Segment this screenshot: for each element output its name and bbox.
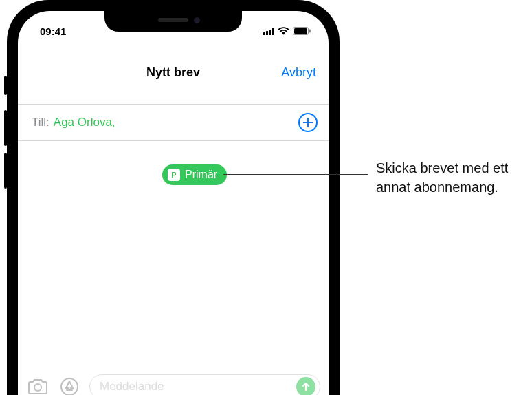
svg-point-3 xyxy=(34,384,41,391)
sim-badge-icon: P xyxy=(168,169,180,181)
recipient-row[interactable]: Till: Aga Orlova, xyxy=(18,105,329,141)
svg-rect-1 xyxy=(294,28,307,34)
recipient-separator: , xyxy=(112,116,115,129)
phone-notch xyxy=(104,11,242,32)
to-label: Till: xyxy=(32,116,49,129)
callout-text: Skicka brevet med ett annat abonnemang. xyxy=(376,158,520,197)
wifi-icon xyxy=(278,27,289,35)
sim-label: Primär xyxy=(185,169,217,181)
callout-line xyxy=(223,174,368,175)
battery-icon xyxy=(293,27,311,35)
svg-rect-2 xyxy=(309,30,311,33)
app-store-icon[interactable] xyxy=(58,375,81,395)
cancel-button[interactable]: Avbryt xyxy=(281,65,316,80)
cellular-signal-icon xyxy=(263,28,275,35)
phone-frame: 09:41 Nytt brev Avbryt Till: Aga Orlova, xyxy=(7,0,340,395)
navigation-bar: Nytt brev Avbryt xyxy=(18,41,329,105)
send-button[interactable] xyxy=(296,377,315,395)
message-placeholder: Meddelande xyxy=(100,380,164,394)
sim-selector-pill[interactable]: P Primär xyxy=(162,164,227,185)
add-contact-button[interactable] xyxy=(298,113,318,132)
nav-title: Nytt brev xyxy=(146,65,200,80)
compose-bar: Meddelande xyxy=(18,374,329,395)
phone-screen: 09:41 Nytt brev Avbryt Till: Aga Orlova, xyxy=(18,11,329,395)
status-right xyxy=(263,27,311,35)
status-time: 09:41 xyxy=(40,25,66,37)
recipient-chip[interactable]: Aga Orlova xyxy=(54,116,112,129)
camera-icon[interactable] xyxy=(26,375,49,395)
message-input[interactable]: Meddelande xyxy=(89,374,320,395)
